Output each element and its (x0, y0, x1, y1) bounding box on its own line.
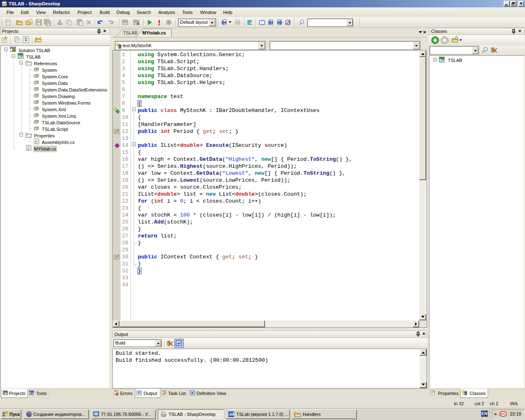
svg-text:SD: SD (2, 2, 7, 7)
svg-text:ATI: ATI (500, 412, 506, 416)
svg-text:#: # (27, 147, 30, 151)
svg-text:#: # (35, 141, 37, 145)
svg-text:SD: SD (161, 413, 167, 417)
